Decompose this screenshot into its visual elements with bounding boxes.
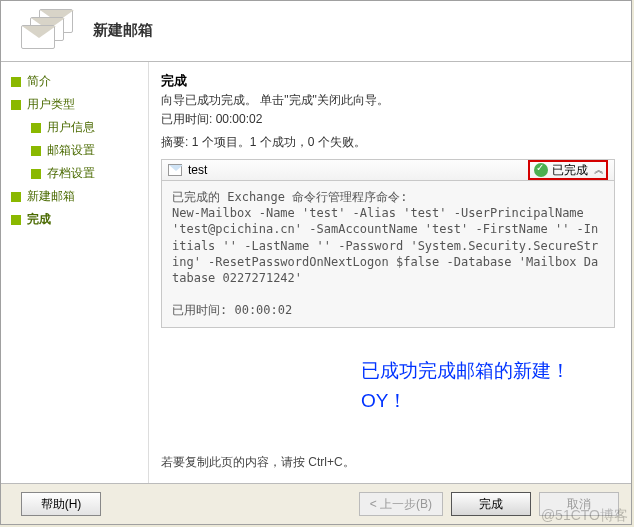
bullet-icon bbox=[11, 77, 21, 87]
copy-hint: 若要复制此页的内容，请按 Ctrl+C。 bbox=[161, 454, 615, 475]
bullet-icon bbox=[31, 169, 41, 179]
step-mailbox-settings: 邮箱设置 bbox=[9, 139, 144, 162]
content-panel: 完成 向导已成功完成。 单击"完成"关闭此向导。 已用时间: 00:00:02 … bbox=[149, 62, 631, 483]
bullet-icon bbox=[11, 192, 21, 202]
mailbox-icon bbox=[21, 9, 77, 51]
wizard-header: 新建邮箱 bbox=[1, 1, 631, 62]
bullet-icon bbox=[11, 215, 21, 225]
bullet-icon bbox=[11, 100, 21, 110]
step-new-mailbox: 新建邮箱 bbox=[9, 185, 144, 208]
mailbox-item-icon bbox=[168, 164, 182, 176]
wizard-footer: 帮助(H) < 上一步(B) 完成 取消 bbox=[1, 483, 631, 524]
status-text: 已完成 bbox=[552, 162, 588, 179]
finish-button[interactable]: 完成 bbox=[451, 492, 531, 516]
elapsed-time: 已用时间: 00:00:02 bbox=[161, 111, 615, 128]
user-annotation: 已成功完成邮箱的新建！OY！ bbox=[161, 356, 615, 417]
success-message: 向导已成功完成。 单击"完成"关闭此向导。 bbox=[161, 92, 615, 109]
wizard-steps-sidebar: 简介 用户类型 用户信息 邮箱设置 存档设置 新建邮箱 完成 bbox=[1, 62, 149, 483]
step-intro: 简介 bbox=[9, 70, 144, 93]
command-output: 已完成的 Exchange 命令行管理程序命令: New-Mailbox -Na… bbox=[161, 181, 615, 328]
status-highlight: 已完成 ︽ bbox=[528, 160, 608, 180]
wizard-window: 新建邮箱 简介 用户类型 用户信息 邮箱设置 存档设置 新建邮箱 完成 完成 向… bbox=[0, 0, 632, 525]
step-complete: 完成 bbox=[9, 208, 144, 231]
result-row[interactable]: test 已完成 ︽ bbox=[161, 159, 615, 181]
wizard-title: 新建邮箱 bbox=[93, 21, 153, 40]
step-archive-settings: 存档设置 bbox=[9, 162, 144, 185]
chevron-up-icon[interactable]: ︽ bbox=[594, 163, 602, 177]
step-user-info: 用户信息 bbox=[9, 116, 144, 139]
bullet-icon bbox=[31, 146, 41, 156]
summary-line: 摘要: 1 个项目。1 个成功，0 个失败。 bbox=[161, 134, 615, 151]
wizard-body: 简介 用户类型 用户信息 邮箱设置 存档设置 新建邮箱 完成 完成 向导已成功完… bbox=[1, 62, 631, 483]
content-title: 完成 bbox=[161, 72, 615, 90]
step-user-type: 用户类型 bbox=[9, 93, 144, 116]
back-button: < 上一步(B) bbox=[359, 492, 443, 516]
help-button[interactable]: 帮助(H) bbox=[21, 492, 101, 516]
result-name: test bbox=[188, 163, 528, 177]
bullet-icon bbox=[31, 123, 41, 133]
success-check-icon bbox=[534, 163, 548, 177]
cancel-button: 取消 bbox=[539, 492, 619, 516]
